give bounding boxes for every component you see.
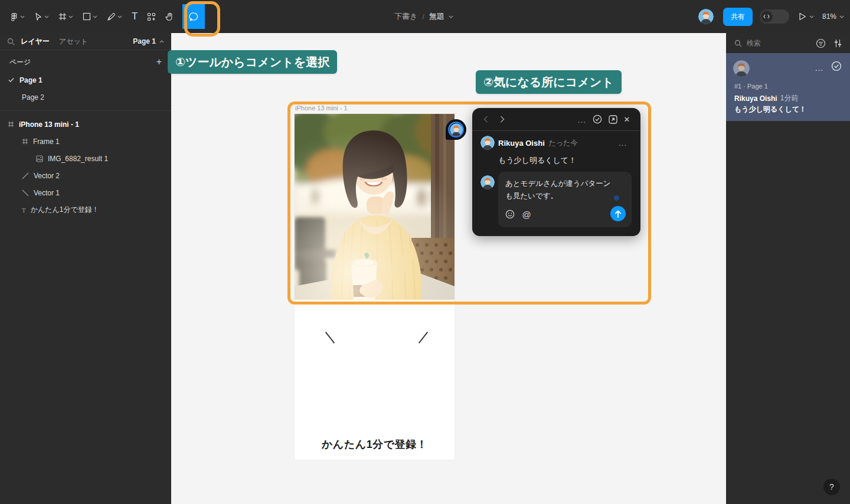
page-item-2[interactable]: Page 2 — [0, 89, 171, 106]
check-icon — [8, 77, 14, 83]
close-popup-icon[interactable]: ✕ — [620, 115, 633, 124]
text-icon: T — [22, 207, 26, 214]
jump-to-comment-icon[interactable] — [605, 115, 620, 124]
actions-icon — [147, 12, 156, 21]
actions-button[interactable] — [142, 0, 161, 33]
pen-tool-button[interactable] — [102, 0, 127, 33]
zoom-level: 81% — [822, 12, 836, 21]
comment-item-options-icon[interactable]: … — [815, 63, 824, 73]
dev-mode-toggle[interactable] — [760, 9, 789, 24]
next-comment-icon[interactable] — [496, 116, 509, 123]
design-frame[interactable]: かんたん1分で登録！ — [295, 114, 455, 460]
breadcrumb-separator: / — [422, 12, 424, 21]
frame-icon — [22, 138, 28, 145]
play-icon — [799, 12, 806, 21]
dev-mode-icon — [761, 11, 773, 22]
vector-line-icon — [22, 189, 29, 197]
annotation-step1: ①ツールからコメントを選択 — [168, 50, 337, 74]
user-avatar[interactable] — [698, 9, 714, 24]
frame-icon — [8, 121, 14, 127]
text-caret-dot — [614, 195, 619, 201]
add-page-icon[interactable]: + — [156, 57, 162, 67]
main-menu-button[interactable] — [5, 0, 30, 33]
help-button[interactable]: ? — [823, 479, 840, 495]
page-item-1[interactable]: Page 1 — [0, 71, 171, 89]
comment-preview: もう少し明るくして！ — [734, 104, 806, 114]
present-button[interactable] — [799, 12, 814, 21]
search-icon[interactable] — [734, 40, 742, 47]
comment-timestamp: たった今 — [549, 138, 578, 148]
filter-comments-icon[interactable] — [816, 38, 826, 48]
layer-iphone-13-mini[interactable]: iPhone 13 mini - 1 — [0, 116, 171, 133]
layer-label: Frame 1 — [33, 138, 60, 146]
comments-search-input[interactable]: 検索 — [747, 38, 816, 48]
figma-app-window: iPhone 13 mini - 1 — [0, 0, 850, 504]
resolve-comment-icon[interactable] — [831, 61, 842, 71]
send-reply-button[interactable] — [610, 206, 626, 221]
image-icon — [36, 155, 43, 162]
breadcrumb-file[interactable]: 無題 — [429, 11, 444, 22]
comment-options-icon[interactable]: … — [618, 138, 627, 148]
annotation-step2: ②気になる所にコメント — [476, 70, 622, 94]
reply-draft-text[interactable]: あとモデルさんが違うパターンも見たいです。 — [498, 172, 622, 208]
move-tool-button[interactable] — [30, 0, 54, 33]
layer-label: かんたん1分で登録！ — [31, 205, 99, 215]
layer-label: iPhone 13 mini - 1 — [19, 120, 79, 129]
figma-logo-icon — [9, 12, 18, 21]
left-sidebar: レイヤー アセット Page 1 ページ + Page 1 Page 2 iPh… — [0, 33, 171, 504]
hand-tool-button[interactable] — [161, 0, 179, 33]
comment-pin[interactable] — [446, 119, 466, 140]
vector-line-right — [419, 332, 428, 343]
shape-tool-button[interactable] — [78, 0, 102, 33]
frame-tool-icon — [58, 12, 67, 21]
page-selector-label: Page 1 — [133, 37, 156, 45]
pages-section-header: ページ — [9, 58, 31, 67]
layer-vector-2[interactable]: Vector 2 — [0, 167, 171, 184]
comment-list-item-selected[interactable]: … #1 · Page 1 Rikuya Oishi 1分前 もう少し明るくして… — [726, 53, 850, 121]
avatar — [480, 175, 495, 189]
avatar — [480, 136, 495, 150]
comment-thread-id: #1 · Page 1 — [734, 83, 768, 90]
tab-layers[interactable]: レイヤー — [21, 37, 50, 47]
comment-tool-button[interactable] — [182, 4, 205, 29]
page-item-label: Page 2 — [22, 93, 44, 102]
reply-input[interactable]: あとモデルさんが違うパターンも見たいです。 @ — [498, 172, 632, 227]
text-tool-icon: T — [132, 11, 138, 22]
move-tool-icon — [34, 12, 42, 21]
resolve-comment-icon[interactable] — [590, 114, 605, 124]
emoji-icon[interactable] — [504, 208, 516, 220]
mention-icon[interactable]: @ — [521, 208, 532, 220]
avatar — [733, 60, 750, 77]
avatar — [450, 123, 463, 136]
prev-comment-icon[interactable] — [479, 116, 492, 123]
thread-options-icon[interactable]: … — [574, 114, 590, 125]
layer-text-kantan[interactable]: T かんたん1分で登録！ — [0, 201, 171, 218]
rectangle-tool-icon — [83, 12, 91, 21]
frame-tool-button[interactable] — [54, 0, 78, 33]
comment-message: もう少し明るくして！ — [498, 155, 576, 166]
layer-img-6882[interactable]: IMG_6882_result 1 — [0, 150, 171, 167]
top-toolbar: T 下書き / 無題 共有 — [0, 0, 850, 33]
zoom-menu[interactable]: 81% — [822, 12, 844, 21]
help-icon: ? — [829, 482, 834, 492]
layer-frame-1[interactable]: Frame 1 — [0, 133, 171, 150]
pen-tool-icon — [107, 12, 116, 21]
layer-label: Vector 1 — [34, 189, 60, 197]
vector-line-left — [325, 332, 335, 343]
layer-vector-1[interactable]: Vector 1 — [0, 184, 171, 201]
layer-label: IMG_6882_result 1 — [48, 155, 108, 163]
frame-name-label[interactable]: iPhone 13 mini - 1 — [295, 104, 348, 112]
sort-comments-icon[interactable] — [834, 39, 842, 48]
text-tool-button[interactable]: T — [127, 0, 142, 33]
share-button[interactable]: 共有 — [723, 8, 753, 26]
page-selector[interactable]: Page 1 — [133, 37, 164, 45]
search-icon[interactable] — [7, 38, 15, 45]
comment-author: Rikuya Oishi — [498, 139, 545, 148]
comment-tool-icon — [189, 12, 199, 22]
breadcrumb-project[interactable]: 下書き — [394, 11, 417, 22]
comment-pin-ring — [448, 122, 464, 138]
layer-label: Vector 2 — [34, 172, 60, 180]
tab-assets[interactable]: アセット — [59, 37, 88, 47]
comment-thread-popup: … ✕ Rikuya Oishi たった今 … もう少し明るくして！ あとモデル… — [472, 108, 640, 236]
breadcrumb: 下書き / 無題 — [394, 0, 453, 33]
